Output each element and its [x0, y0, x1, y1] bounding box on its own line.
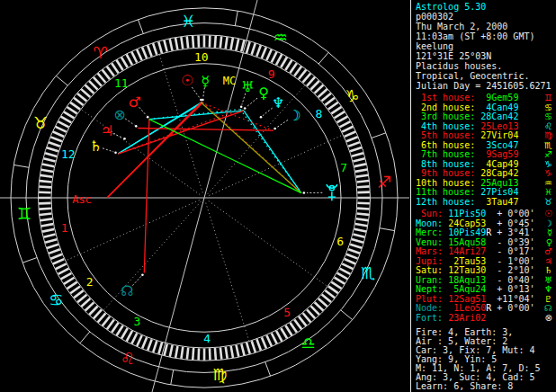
planet-icon: ♆ — [544, 285, 552, 295]
neptune-icon: ♆ — [272, 94, 284, 111]
planet-label: Venu: — [416, 237, 443, 247]
house-cusp-value: 28Cap42 — [475, 168, 518, 178]
sign-aries-icon: ♈ — [94, 43, 108, 62]
house-cusp-table: 1st house: 9Gem59♊ 2nd house: 4Can49♋ 3r… — [416, 94, 556, 207]
chart-wheel-svg: ☉☽☿♀♂♃♄♅♆☊⊗AscMC♈♉♊♋♌♍♎♏♐♑♒♓123456789101… — [0, 0, 410, 392]
astrolog-window: ☉☽☿♀♂♃♄♅♆☊⊗AscMC♈♉♊♋♌♍♎♏♐♑♒♓123456789101… — [0, 0, 556, 392]
planet-icon: ♄ — [544, 266, 552, 276]
house-cusp-value: 28Can42 — [475, 111, 518, 121]
house-number: 2 — [86, 275, 94, 289]
zodiac-sign-icon: ♍ — [544, 131, 552, 141]
sign-leo-icon: ♌ — [121, 349, 135, 368]
chart-info-line: Tropical, Geocentric. — [416, 71, 556, 81]
degree-marker-dot — [147, 116, 149, 119]
house-number: 7 — [340, 161, 347, 174]
planet-label: Jupi: — [416, 256, 443, 266]
house-number: 4 — [203, 332, 211, 345]
chart-info-line: Thu March 2, 2000 — [416, 22, 556, 31]
sign-virgo-icon: ♍ — [213, 365, 228, 384]
house-cusp-value: 27Vir04 — [475, 130, 518, 140]
degree-marker-dot — [240, 105, 243, 108]
house-cusp-value: 9Sag59 — [475, 149, 518, 159]
jupiter-icon: ♃ — [101, 122, 113, 139]
aspect-lines — [107, 102, 301, 272]
planet-label: Satu: — [416, 265, 443, 275]
sign-gemini-icon: ♊ — [17, 204, 31, 223]
house-label: 9th house: — [416, 168, 475, 178]
moon-icon: ☽ — [288, 107, 300, 124]
house-label: 7th house: — [416, 149, 475, 159]
ascendant-label: Asc — [72, 193, 92, 206]
planet-velocity-value: + 3°41' — [491, 227, 534, 237]
planet-label: Moon: — [416, 218, 443, 228]
house-cusp-value: 4Cap49 — [475, 159, 518, 169]
planet-label: Fort: — [416, 313, 443, 323]
planet-label: Plut: — [416, 294, 443, 304]
sign-sagittarius-icon: ♐ — [377, 173, 391, 192]
info-panel: Astrolog 5.30p000302Thu March 2, 200011:… — [410, 0, 556, 392]
planet-position-value: 24Cap53 — [443, 218, 486, 228]
house-label: 6th house: — [416, 140, 475, 150]
sign-aquarius-icon: ♒ — [274, 28, 288, 47]
house-number: 5 — [283, 306, 291, 319]
zodiac-sign-icon: ♐ — [544, 150, 552, 160]
planet-label: Nept: — [416, 284, 443, 294]
mars-icon: ♂ — [129, 94, 141, 111]
house-row: 12th house: 3Tau47♉ — [416, 198, 556, 208]
house-label: 11th house: — [416, 187, 475, 197]
house-label: 2nd house: — [416, 102, 475, 112]
sun-icon: ☉ — [181, 72, 193, 89]
house-cusp-value: 3Sco47 — [475, 140, 518, 150]
venus-icon: ♀ — [258, 85, 269, 102]
planet-icon: ♂ — [544, 247, 552, 257]
element-tally-table: Fire: 4, Earth: 3,Air : 5, Water: 2Car: … — [416, 328, 556, 391]
degree-marker-dot — [244, 107, 247, 110]
app-title: Astrolog 5.30 — [416, 2, 556, 12]
sign-libra-icon: ♎ — [300, 334, 315, 352]
sign-pisces-icon: ♓ — [181, 12, 195, 31]
planet-icon: ☊ — [544, 304, 552, 314]
house-cusp-value: 25Aqu13 — [475, 178, 518, 188]
degree-marker-dot — [114, 151, 117, 154]
natal-chart-wheel: ☉☽☿♀♂♃♄♅♆☊⊗AscMC♈♉♊♋♌♍♎♏♐♑♒♓123456789101… — [0, 0, 410, 392]
house-number: 1 — [61, 221, 68, 235]
planet-position-value: 14Ari27 — [443, 246, 486, 256]
planet-velocity-value: - 0°17' — [491, 246, 534, 256]
degree-marker-dot — [141, 273, 144, 276]
house-number: 6 — [336, 235, 344, 248]
house-number: 3 — [133, 315, 140, 328]
planet-position-value: 10Pis49 — [443, 227, 486, 237]
sign-capricorn-icon: ♑ — [345, 86, 360, 105]
planet-velocity-value: + 0°45' — [491, 218, 534, 228]
house-cusp-value: 3Tau47 — [475, 197, 518, 207]
planet-velocity-value: - 0°40' — [491, 275, 534, 285]
chart-info-line: Placidus houses. — [416, 61, 556, 71]
house-number: 8 — [315, 107, 322, 120]
planet-icon: ☿ — [547, 228, 552, 238]
house-cusp-value: 25Leo13 — [475, 121, 518, 131]
zodiac-sign-icon: ♓ — [544, 188, 552, 198]
planet-label: Mars: — [416, 246, 443, 256]
degree-marker-dot — [303, 192, 306, 194]
planet-icon: ⊗ — [545, 314, 552, 324]
degree-marker-dot — [260, 116, 263, 119]
planet-position-value: 1Leo50 — [443, 303, 486, 313]
house-cusp-value: 9Gem59 — [475, 93, 518, 102]
degree-marker-dot — [135, 125, 138, 128]
mercury-icon: ☿ — [201, 73, 210, 90]
planet-velocity-value: - 0°39' — [491, 237, 534, 247]
planet-position-value: 11Pis50 — [443, 209, 486, 218]
house-cusp-value: 4Can49 — [475, 102, 518, 112]
saturn-icon: ♄ — [89, 138, 102, 155]
planet-label: Sun: — [416, 209, 443, 218]
planet-velocity-value: - 1°00' — [491, 256, 534, 266]
planet-position-value: 2Tau53 — [443, 256, 486, 266]
midheaven-label: MC — [223, 75, 236, 87]
planet-label: Node: — [416, 303, 443, 313]
planet-velocity-value: + 0°00' — [491, 209, 534, 218]
planet-position-value: 5Aqu24 — [443, 284, 486, 294]
planet-position-value: 18Aqu13 — [443, 275, 486, 285]
uranus-icon: ♅ — [241, 78, 254, 95]
house-number: 10 — [194, 50, 209, 64]
house-number: 9 — [268, 67, 275, 81]
